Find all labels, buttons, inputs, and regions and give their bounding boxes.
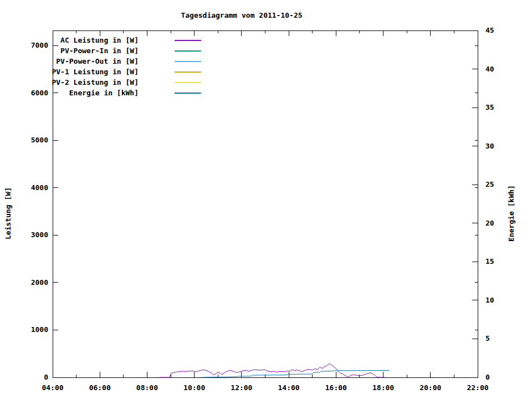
x-tick-label: 12:00: [231, 383, 252, 392]
x-tick-label: 04:00: [42, 383, 63, 392]
legend-item-label: PV-1 Leistung in [W]: [52, 68, 139, 76]
x-tick-label: 20:00: [420, 383, 441, 392]
y-right-tick-label: 0: [485, 373, 490, 381]
y-left-tick-label: 1000: [31, 325, 48, 334]
y-left-tick-label: 4000: [31, 183, 48, 192]
plot-area: 04:0006:0008:0010:0012:0014:0016:0018:00…: [0, 0, 532, 399]
x-tick-label: 18:00: [372, 383, 394, 392]
y-left-tick-label: 0: [44, 373, 48, 381]
y-right-tick-label: 40: [485, 65, 494, 73]
x-tick-label: 10:00: [183, 383, 205, 392]
y-right-tick-label: 10: [485, 296, 494, 304]
y-left-tick-label: 3000: [31, 231, 48, 239]
y-right-tick-label: 15: [485, 257, 494, 265]
y-right-tick-label: 25: [485, 180, 494, 188]
legend-item-label: PV-2 Leistung in [W]: [52, 78, 139, 86]
legend-item-label: PV-Power-Out in [W]: [56, 57, 139, 65]
y-right-tick-label: 30: [485, 142, 494, 150]
x-tick-label: 08:00: [136, 383, 158, 392]
y-left-tick-label: 6000: [31, 89, 48, 97]
x-tick-label: 22:00: [467, 383, 488, 392]
y-left-tick-label: 7000: [31, 41, 48, 49]
legend-item-label: AC Leistung in [W]: [60, 36, 139, 44]
y-right-tick-label: 20: [485, 219, 494, 227]
series-line-energie-in-kwh: [202, 371, 390, 378]
legend-item-label: PV-Power-In in [W]: [60, 47, 139, 55]
y-left-tick-label: 5000: [31, 136, 48, 144]
x-tick-label: 16:00: [325, 383, 347, 392]
y-left-tick-label: 2000: [31, 278, 48, 287]
y-right-tick-label: 5: [485, 334, 490, 342]
y-right-tick-label: 45: [485, 26, 494, 34]
chart-canvas: Tagesdiagramm vom 2011-10-25 Leistung [W…: [0, 0, 532, 399]
y-right-tick-label: 35: [485, 103, 494, 111]
x-tick-label: 06:00: [89, 383, 111, 392]
x-tick-label: 14:00: [278, 383, 300, 392]
legend-item-label: Energie in [kWh]: [69, 89, 139, 97]
